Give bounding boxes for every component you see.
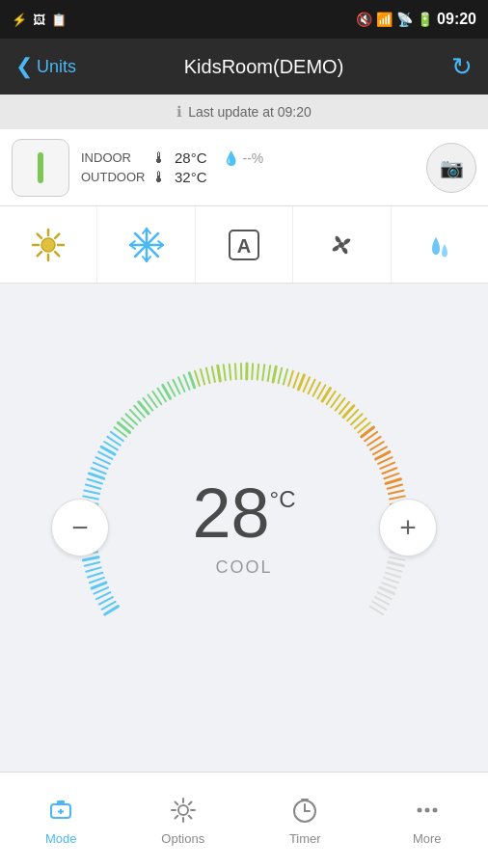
update-bar: ℹ Last update at 09:20 (0, 95, 488, 129)
svg-point-0 (41, 238, 55, 252)
page-title: KidsRoom(DEMO) (184, 56, 344, 78)
more-nav-icon (412, 795, 443, 826)
svg-line-133 (390, 557, 405, 560)
svg-line-46 (84, 490, 99, 494)
dry-mode-button[interactable] (392, 206, 488, 283)
svg-line-86 (258, 365, 258, 380)
svg-line-8 (38, 252, 41, 256)
status-bar: ⚡ 🖼 📋 🔇 📶 📡 🔋 09:20 (0, 0, 488, 39)
svg-line-94 (299, 375, 305, 390)
svg-line-139 (380, 587, 394, 593)
svg-line-140 (378, 592, 392, 599)
svg-line-32 (86, 567, 100, 571)
svg-line-89 (273, 366, 276, 382)
unit-card: INDOOR 🌡 28°C 💧 --% OUTDOOR 🌡 32°C 📷 (0, 129, 488, 206)
mode-label: COOL (215, 557, 272, 578)
mode-icons-row: A (0, 206, 488, 284)
svg-line-137 (384, 578, 398, 583)
camera-button[interactable]: 📷 (426, 143, 476, 193)
mode-nav-icon (45, 795, 76, 826)
power-button[interactable] (12, 139, 69, 197)
svg-line-119 (386, 479, 400, 484)
usb-icon: ⚡ (12, 13, 27, 27)
back-chevron-icon: ❮ (15, 54, 33, 79)
svg-line-92 (288, 371, 293, 386)
svg-line-138 (382, 583, 396, 588)
temperature-number: 28 (192, 478, 269, 548)
options-nav-label: Options (161, 831, 204, 846)
outdoor-temp-row: OUTDOOR 🌡 32°C (81, 169, 415, 186)
fan-mode-button[interactable] (293, 206, 391, 283)
temperature-decrease-button[interactable]: − (51, 499, 109, 556)
svg-line-73 (184, 375, 190, 390)
svg-line-85 (252, 364, 253, 379)
svg-text:A: A (237, 235, 251, 257)
options-nav-icon (168, 795, 199, 826)
svg-line-5 (38, 233, 41, 237)
svg-line-135 (387, 567, 401, 571)
back-button[interactable]: ❮ Units (15, 54, 76, 79)
camera-icon: 📷 (440, 156, 464, 179)
nav-timer[interactable]: Timer (244, 773, 366, 868)
svg-line-95 (304, 377, 310, 392)
status-icons-right: 🔇 📶 📡 🔋 09:20 (356, 11, 476, 28)
indoor-label: INDOOR (81, 150, 144, 165)
svg-line-141 (375, 597, 389, 604)
snowflake-icon (127, 226, 166, 264)
svg-line-80 (224, 365, 226, 380)
info-icon: ℹ (176, 103, 182, 121)
svg-line-34 (83, 557, 98, 560)
nav-options[interactable]: Options (122, 773, 245, 868)
svg-line-88 (268, 366, 271, 381)
main-control-area: 28 °C COOL − + (0, 284, 488, 772)
svg-line-30 (90, 578, 104, 583)
svg-line-97 (313, 382, 320, 395)
svg-line-75 (195, 371, 200, 386)
svg-line-91 (284, 369, 287, 384)
svg-line-118 (384, 474, 398, 478)
nav-mode[interactable]: Mode (0, 773, 122, 868)
svg-line-47 (86, 485, 100, 489)
svg-line-26 (99, 597, 113, 604)
timer-nav-label: Timer (289, 831, 321, 846)
power-icon (38, 152, 43, 183)
status-icons-left: ⚡ 🖼 📋 (12, 13, 67, 27)
cool-mode-button[interactable] (97, 206, 195, 283)
thermometer-icon: 🌡 (151, 149, 167, 167)
signal-icon: 📡 (396, 12, 413, 27)
svg-line-74 (189, 373, 194, 388)
svg-point-153 (417, 808, 421, 813)
auto-mode-button[interactable]: A (196, 206, 293, 283)
back-label: Units (37, 57, 76, 77)
svg-line-87 (262, 365, 264, 380)
humidity-value: --% (243, 150, 264, 166)
temperature-increase-button[interactable]: + (379, 499, 437, 556)
svg-line-134 (389, 562, 404, 566)
heat-mode-button[interactable] (0, 206, 97, 283)
mute-icon: 🔇 (356, 12, 372, 27)
temperature-display: 28 °C COOL (138, 421, 350, 634)
svg-line-28 (94, 587, 108, 593)
svg-line-71 (173, 380, 179, 393)
humidity-area: 💧 --% (223, 150, 264, 166)
svg-line-77 (206, 368, 210, 384)
svg-line-114 (376, 452, 390, 459)
sun-icon (29, 226, 68, 264)
svg-line-6 (55, 252, 59, 256)
battery-icon: 🔋 (417, 12, 433, 27)
svg-line-136 (386, 573, 400, 578)
svg-point-148 (178, 805, 188, 815)
refresh-button[interactable]: ↻ (451, 52, 473, 82)
svg-line-81 (230, 365, 230, 380)
last-update-text: Last update at 09:20 (188, 104, 312, 120)
svg-line-33 (85, 562, 100, 566)
outdoor-temp-value: 32°C (175, 169, 207, 185)
svg-line-31 (88, 573, 102, 578)
timer-nav-icon (289, 795, 320, 826)
nav-more[interactable]: More (366, 773, 489, 868)
more-nav-label: More (413, 831, 442, 846)
svg-point-155 (432, 808, 437, 813)
mode-nav-label: Mode (45, 831, 77, 846)
svg-line-76 (201, 369, 204, 384)
svg-line-49 (90, 474, 104, 478)
